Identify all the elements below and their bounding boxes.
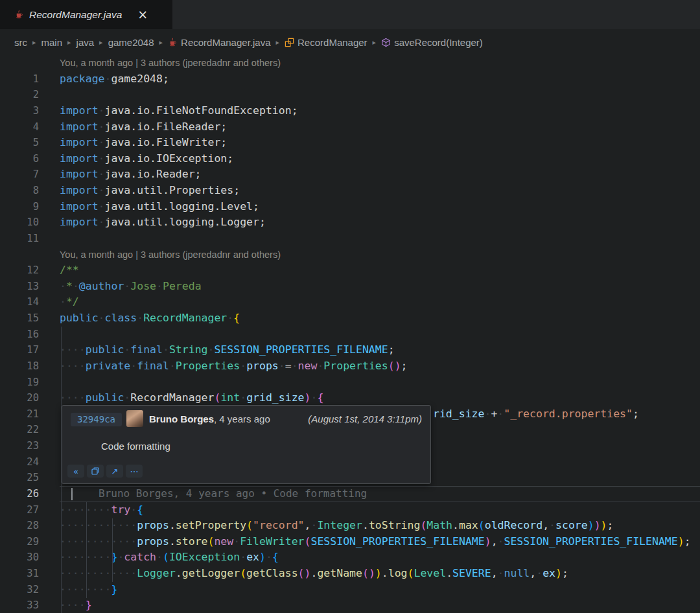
code-line-content: import·java.io.FileNotFoundException;	[60, 103, 298, 119]
line-number[interactable]: 29	[0, 534, 39, 550]
line-number[interactable]: 27	[0, 502, 39, 518]
commit-date: (August 1st, 2014 3:11pm)	[308, 413, 422, 424]
line-number[interactable]: 26	[0, 486, 39, 502]
line-number[interactable]: 28	[0, 518, 39, 534]
breadcrumb-item-recordmanager-java[interactable]: RecordManager.java	[168, 37, 270, 48]
code-line-5[interactable]: 5import·java.io.FileWriter;	[0, 135, 700, 151]
line-number[interactable]: 18	[0, 358, 39, 375]
tab-recordmanager-java[interactable]: RecordManager.java ×	[0, 0, 172, 29]
code-line-20[interactable]: 20····public·RecordManager(int·grid_size…	[0, 390, 700, 406]
code-line-content: ············props.store(new·FileWriter(S…	[60, 534, 691, 550]
code-line-14[interactable]: 14·*/	[0, 294, 700, 310]
code-editor[interactable]: You, a month ago | 3 authors (jperedadnr…	[0, 55, 700, 613]
line-number[interactable]: 1	[0, 71, 39, 87]
blame-codelens-annotation[interactable]: You, a month ago | 3 authors (jperedadnr…	[0, 247, 700, 263]
line-number[interactable]: 32	[0, 582, 39, 598]
code-line-content: import·java.io.IOException;	[60, 151, 233, 167]
line-number[interactable]: 30	[0, 549, 39, 566]
code-line-content: import·java.util.logging.Logger;	[60, 214, 266, 231]
line-number[interactable]: 11	[0, 231, 39, 247]
code-line-18[interactable]: 18····private·final·Properties·props·=·n…	[0, 358, 700, 375]
line-number[interactable]: 22	[0, 422, 39, 438]
current-line-highlight	[60, 486, 700, 502]
indent-guide	[86, 502, 87, 598]
code-line-1[interactable]: 1package·game2048;	[0, 71, 700, 87]
line-number[interactable]: 3	[0, 103, 39, 119]
method-icon	[381, 38, 391, 47]
line-number[interactable]: 24	[0, 454, 39, 470]
code-line-33[interactable]: 33····}	[0, 597, 700, 613]
line-number[interactable]: 2	[0, 87, 39, 103]
code-line-content: public·class·RecordManager·{	[60, 310, 240, 327]
line-number[interactable]: 19	[0, 375, 39, 391]
line-number[interactable]: 5	[0, 135, 39, 151]
line-number[interactable]: 9	[0, 199, 39, 215]
line-number[interactable]: 20	[0, 390, 39, 406]
line-number[interactable]: 15	[0, 310, 39, 327]
code-line-29[interactable]: 29············props.store(new·FileWriter…	[0, 534, 700, 550]
line-number[interactable]: 10	[0, 214, 39, 231]
code-line-4[interactable]: 4import·java.io.FileReader;	[0, 119, 700, 135]
code-line-19[interactable]: 19	[0, 375, 700, 391]
line-number[interactable]: 6	[0, 151, 39, 167]
close-icon[interactable]: ×	[137, 8, 148, 21]
code-line-32[interactable]: 32········}	[0, 582, 700, 598]
code-line-content: ·*/	[60, 294, 79, 310]
code-line-content: ····public·RecordManager(int·grid_size)·…	[60, 390, 323, 406]
indent-guide	[112, 518, 113, 583]
code-line-31[interactable]: 31············Logger.getLogger(getClass(…	[0, 566, 700, 582]
line-number[interactable]: 4	[0, 119, 39, 135]
line-number[interactable]: 31	[0, 566, 39, 582]
code-line-content: ····private·final·Properties·props·=·new…	[60, 358, 408, 375]
line-number[interactable]: 8	[0, 183, 39, 199]
breadcrumb: src▸main▸java▸game2048▸RecordManager.jav…	[0, 29, 700, 55]
more-actions-button[interactable]: ⋯	[126, 465, 143, 478]
line-number[interactable]: 7	[0, 167, 39, 183]
commit-sha-badge[interactable]: 32949ca	[71, 413, 122, 426]
line-number[interactable]: 12	[0, 262, 39, 279]
tab-bar: RecordManager.java ×	[0, 0, 700, 29]
code-line-17[interactable]: 17····public·final·String·SESSION_PROPER…	[0, 342, 700, 358]
java-file-icon	[14, 10, 24, 19]
code-line-3[interactable]: 3import·java.io.FileNotFoundException;	[0, 103, 700, 119]
code-line-8[interactable]: 8import·java.util.Properties;	[0, 183, 700, 199]
code-line-7[interactable]: 7import·java.io.Reader;	[0, 167, 700, 183]
code-line-11[interactable]: 11	[0, 231, 700, 247]
blame-codelens-annotation[interactable]: You, a month ago | 3 authors (jperedadnr…	[0, 55, 700, 71]
code-line-content: import·java.io.FileWriter;	[60, 135, 227, 151]
chevron-right-icon: ▸	[159, 38, 163, 47]
line-number[interactable]: 13	[0, 279, 39, 295]
line-number[interactable]: 14	[0, 294, 39, 310]
class-icon	[285, 38, 294, 47]
line-number[interactable]: 25	[0, 470, 39, 486]
line-number[interactable]: 17	[0, 342, 39, 358]
breadcrumb-item-recordmanager[interactable]: RecordManager	[285, 37, 368, 48]
line-number[interactable]: 33	[0, 597, 39, 613]
code-line-28[interactable]: 28············props.setProperty("record"…	[0, 518, 700, 534]
breadcrumb-item-java[interactable]: java	[76, 37, 95, 48]
code-line-16[interactable]: 16	[0, 327, 700, 343]
code-line-2[interactable]: 2	[0, 87, 700, 103]
line-number[interactable]: 16	[0, 327, 39, 343]
code-line-13[interactable]: 13·*·@author·Jose·Pereda	[0, 279, 700, 295]
breadcrumb-item-src[interactable]: src	[14, 37, 27, 48]
prev-revision-button[interactable]: «	[67, 465, 84, 478]
code-line-9[interactable]: 9import·java.util.logging.Level;	[0, 199, 700, 215]
code-line-27[interactable]: 27········try·{	[0, 502, 700, 518]
breadcrumb-item-saverecord-integer-[interactable]: saveRecord(Integer)	[381, 37, 483, 48]
open-remote-button[interactable]: ↗	[106, 465, 123, 478]
line-number[interactable]: 23	[0, 438, 39, 454]
code-line-15[interactable]: 15public·class·RecordManager·{	[0, 310, 700, 327]
open-changes-button[interactable]	[87, 465, 104, 478]
line-number[interactable]: 21	[0, 406, 39, 422]
chevron-right-icon: ▸	[276, 38, 280, 47]
code-line-6[interactable]: 6import·java.io.IOException;	[0, 151, 700, 167]
breadcrumb-item-main[interactable]: main	[41, 37, 63, 48]
java-icon	[168, 38, 178, 47]
code-line-10[interactable]: 10import·java.util.logging.Logger;	[0, 214, 700, 231]
code-line-30[interactable]: 30········}·catch·(IOException·ex)·{	[0, 549, 700, 566]
code-line-12[interactable]: 12/**	[0, 262, 700, 279]
tab-title: RecordManager.java	[29, 9, 122, 21]
breadcrumb-item-game2048[interactable]: game2048	[108, 37, 154, 48]
code-line-content: import·java.io.Reader;	[60, 167, 202, 183]
